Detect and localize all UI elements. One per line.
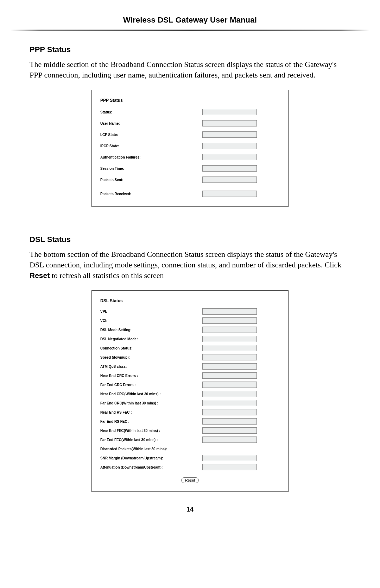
near-fec30-field: [202, 427, 257, 434]
lcp-state-field: [202, 131, 257, 138]
text-span: The bottom section of the Broadband Conn…: [30, 250, 341, 269]
packets-received-field: [202, 191, 257, 197]
field-label: Near End RS FEC :: [100, 410, 202, 414]
dsl-body-text: The bottom section of the Broadband Conn…: [30, 249, 350, 280]
vci-field: [202, 317, 257, 324]
ppp-row-auth: Authentication Failures:: [92, 151, 288, 163]
dsl-row-discarded: Discarded Packets(Within last 30 mins):: [92, 444, 288, 453]
field-label: IPCP State:: [100, 144, 202, 148]
field-label: LCP State:: [100, 133, 202, 137]
dsl-row-near-fec30: Near End FEC(Within last 30 mins) :: [92, 426, 288, 435]
ppp-body-text: The middle section of the Broadband Conn…: [30, 59, 350, 80]
field-label: VPI:: [100, 310, 202, 314]
far-crc30-field: [202, 400, 257, 406]
near-crc-field: [202, 372, 257, 379]
connection-status-field: [202, 345, 257, 351]
field-label: Near End CRC(Within last 30 mins) :: [100, 392, 202, 396]
dsl-row-near-crc: Near End CRC Errors :: [92, 371, 288, 380]
field-label: Far End FEC(Within last 30 mins) :: [100, 438, 202, 442]
dsl-row-speed: Speed (down/up):: [92, 353, 288, 362]
dsl-row-far-fec30: Far End FEC(Within last 30 mins) :: [92, 435, 288, 444]
dsl-row-mode-setting: DSL Mode Setting:: [92, 325, 288, 334]
far-crc-field: [202, 382, 257, 388]
field-label: Speed (down/up):: [100, 355, 202, 359]
field-label: Session Time:: [100, 167, 202, 171]
manual-page: { "header": { "title": "Wireless DSL Gat…: [0, 0, 380, 534]
dsl-row-vpi: VPI:: [92, 307, 288, 316]
field-label: Packets Sent:: [100, 178, 202, 182]
field-label: SNR Margin (Downstream/Upstream):: [100, 456, 202, 460]
field-label: Status:: [100, 110, 202, 114]
ppp-row-session: Session Time:: [92, 163, 288, 174]
packets-sent-field: [202, 177, 257, 183]
field-label: Near End CRC Errors :: [100, 374, 202, 378]
field-label: User Name:: [100, 122, 202, 125]
field-label: Near End FEC(Within last 30 mins) :: [100, 429, 202, 433]
dsl-section-title: DSL Status: [30, 235, 350, 244]
dsl-row-snr: SNR Margin (Downstream/Upstream):: [92, 453, 288, 463]
ppp-row-username: User Name:: [92, 118, 288, 129]
far-rsfec-field: [202, 418, 257, 425]
field-label: Discarded Packets(Within last 30 mins):: [100, 447, 202, 451]
field-label: ATM QoS class:: [100, 365, 202, 369]
field-label: DSL Mode Setting:: [100, 328, 202, 332]
reset-button-wrap: Reset: [92, 472, 288, 483]
dsl-negotiated-mode-field: [202, 336, 257, 342]
snr-margin-field: [202, 455, 257, 461]
field-label: DSL Negotiated Mode:: [100, 337, 202, 341]
page-number: 14: [0, 506, 380, 513]
dsl-row-far-rsfec: Far End RS FEC :: [92, 417, 288, 426]
username-field: [202, 120, 257, 126]
header-divider: [11, 30, 369, 31]
status-field: [202, 109, 257, 115]
reset-button[interactable]: Reset: [181, 477, 199, 483]
dsl-status-panel: DSL Status VPI: VCI: DSL Mode Setting: D…: [91, 290, 289, 492]
page-header-title: Wireless DSL Gateway User Manual: [0, 0, 380, 25]
ppp-panel-title: PPP Status: [92, 98, 288, 106]
field-label: Far End CRC Errors :: [100, 383, 202, 387]
text-span: to refresh all statistics on this screen: [50, 271, 164, 280]
dsl-panel-title: DSL Status: [92, 298, 288, 307]
far-fec30-field: [202, 437, 257, 443]
ppp-row-ipcp: IPCP State:: [92, 140, 288, 151]
session-time-field: [202, 165, 257, 172]
dsl-row-attenuation: Attenuation (Downstream/Upstream):: [92, 463, 288, 472]
ppp-section-title: PPP Status: [30, 45, 350, 54]
ppp-status-panel: PPP Status Status: User Name: LCP State:…: [91, 90, 289, 207]
ipcp-state-field: [202, 143, 257, 149]
field-label: VCI:: [100, 319, 202, 323]
dsl-mode-setting-field: [202, 327, 257, 333]
field-label: Packets Received:: [100, 192, 202, 196]
field-label: Connection Status:: [100, 346, 202, 350]
dsl-row-atm: ATM QoS class:: [92, 362, 288, 371]
dsl-row-vci: VCI:: [92, 316, 288, 325]
near-rsfec-field: [202, 409, 257, 415]
dsl-row-far-crc30: Far End CRC(Within last 30 mins) :: [92, 398, 288, 408]
ppp-row-lcp: LCP State:: [92, 129, 288, 140]
field-label: Far End RS FEC :: [100, 420, 202, 423]
dsl-row-far-crc: Far End CRC Errors :: [92, 380, 288, 389]
ppp-row-status: Status:: [92, 106, 288, 118]
dsl-row-near-rsfec: Near End RS FEC :: [92, 408, 288, 417]
near-crc30-field: [202, 391, 257, 397]
ppp-row-sent: Packets Sent:: [92, 174, 288, 185]
dsl-row-connection: Connection Status:: [92, 343, 288, 353]
spacer: [92, 185, 288, 188]
field-label: Authentication Failures:: [100, 155, 202, 159]
field-label: Attenuation (Downstream/Upstream):: [100, 465, 202, 469]
vpi-field: [202, 308, 257, 315]
dsl-row-near-crc30: Near End CRC(Within last 30 mins) :: [92, 389, 288, 398]
speed-field: [202, 354, 257, 360]
ppp-row-received: Packets Received:: [92, 188, 288, 199]
spacer: [30, 221, 350, 235]
atm-qos-field: [202, 363, 257, 370]
auth-failures-field: [202, 154, 257, 160]
dsl-row-negotiated: DSL Negotiated Mode:: [92, 334, 288, 343]
reset-inline-bold: Reset: [30, 271, 50, 279]
attenuation-field: [202, 464, 257, 470]
field-label: Far End CRC(Within last 30 mins) :: [100, 401, 202, 405]
page-content: PPP Status The middle section of the Bro…: [0, 31, 380, 492]
